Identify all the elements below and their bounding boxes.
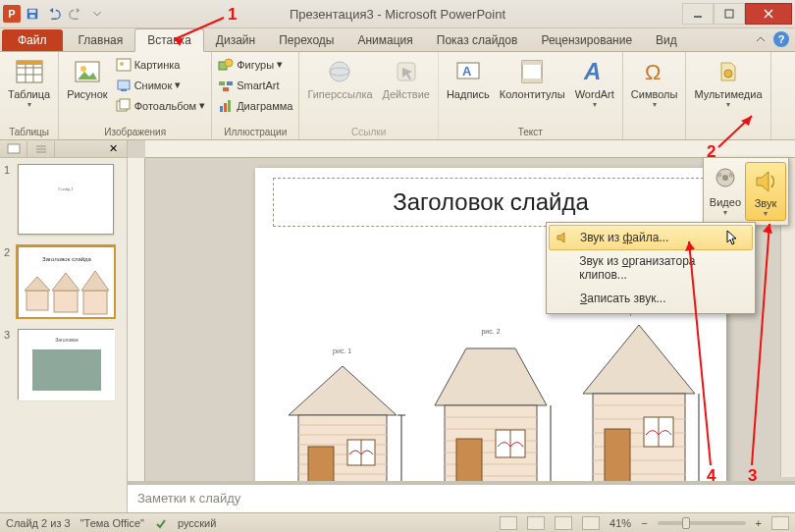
svg-point-94 <box>716 173 721 178</box>
picture-button[interactable]: Рисунок <box>63 54 112 102</box>
svg-rect-40 <box>8 144 20 153</box>
group-images: Рисунок Картинка Снимок ▾ Фотоальбом ▾ И… <box>59 52 212 139</box>
house-3: рис. 3 <box>575 308 703 504</box>
status-bar: Слайд 2 из 3 "Тема Office" русский 41% −… <box>0 512 795 532</box>
thumbnails-tabs: ✕ <box>0 140 127 158</box>
svg-rect-27 <box>224 103 227 112</box>
smartart-button[interactable]: SmartArt <box>216 75 294 95</box>
audio-from-file[interactable]: Звук из файла... <box>549 225 753 250</box>
svg-rect-25 <box>223 87 229 91</box>
textbox-button[interactable]: A Надпись <box>443 54 494 102</box>
zoom-value[interactable]: 41% <box>610 517 631 529</box>
svg-rect-20 <box>120 99 130 109</box>
svg-text:Заголовок слайда: Заголовок слайда <box>42 256 92 262</box>
outline-tab-icon[interactable] <box>27 141 55 157</box>
redo-icon[interactable] <box>66 4 85 24</box>
audio-from-organizer[interactable]: Звук из организатора клипов... <box>549 250 753 286</box>
thumbnail-3[interactable]: 3 Заголовок <box>0 323 127 405</box>
photoalbum-button[interactable]: Фотоальбом ▾ <box>114 95 208 116</box>
quick-access-toolbar: P <box>3 4 107 24</box>
speaker-icon <box>555 229 572 246</box>
qat-more-icon[interactable] <box>87 4 107 24</box>
ruler-vertical <box>128 158 145 512</box>
group-label-links: Ссылки <box>303 126 434 139</box>
svg-rect-26 <box>220 106 223 112</box>
view-slideshow-icon[interactable] <box>582 516 600 530</box>
svg-rect-48 <box>83 291 107 314</box>
zoom-out-icon[interactable]: − <box>641 517 647 529</box>
svg-rect-12 <box>17 61 42 65</box>
headerfooter-button[interactable]: Колонтитулы <box>496 54 569 102</box>
view-sorter-icon[interactable] <box>527 516 545 530</box>
symbols-button[interactable]: Ω Символы▾ <box>627 54 682 111</box>
svg-rect-23 <box>219 81 225 85</box>
group-label-illustrations: Иллюстрации <box>216 126 294 139</box>
status-lang[interactable]: русский <box>178 517 216 529</box>
thumbnail-1[interactable]: 1Слайд 1 <box>0 158 127 240</box>
svg-rect-46 <box>26 291 48 310</box>
group-label-symbols <box>627 136 682 139</box>
screenshot-button[interactable]: Снимок ▾ <box>114 75 208 95</box>
slide-title-text: Заголовок слайда <box>393 188 589 216</box>
status-slide-pos: Слайд 2 из 3 <box>6 517 71 529</box>
chart-button[interactable]: Диаграмма <box>216 95 294 116</box>
notes-placeholder: Заметки к слайду <box>137 491 240 505</box>
ribbon: Таблица▾ Таблицы Рисунок Картинка Снимок… <box>0 52 795 140</box>
table-button[interactable]: Таблица▾ <box>4 54 54 111</box>
svg-rect-4 <box>725 10 733 18</box>
tab-slideshow[interactable]: Показ слайдов <box>425 29 530 51</box>
slide[interactable]: Заголовок слайда рис. 1 ри <box>255 168 726 512</box>
tab-animations[interactable]: Анимация <box>345 29 424 51</box>
window-title: Презентация3 - Microsoft PowerPoint <box>0 7 795 22</box>
tab-design[interactable]: Дизайн <box>204 29 267 51</box>
group-tables: Таблица▾ Таблицы <box>0 52 59 139</box>
thumbnail-2[interactable]: 2 Заголовок слайда <box>0 240 127 323</box>
notes-pane[interactable]: Заметки к слайду <box>128 481 795 512</box>
wordart-button[interactable]: A WordArt▾ <box>571 54 618 111</box>
zoom-slider[interactable] <box>658 521 746 525</box>
file-tab[interactable]: Файл <box>2 29 63 51</box>
tab-transitions[interactable]: Переходы <box>267 29 345 51</box>
tab-review[interactable]: Рецензирование <box>529 29 644 51</box>
fit-window-icon[interactable] <box>771 516 789 530</box>
tab-view[interactable]: Вид <box>644 29 689 51</box>
minimize-button[interactable] <box>682 3 714 25</box>
title-bar: P Презентация3 - Microsoft PowerPoint <box>0 0 795 28</box>
record-audio[interactable]: Записать звук... <box>549 286 753 311</box>
svg-rect-36 <box>522 79 542 82</box>
tab-home[interactable]: Главная <box>67 29 135 51</box>
media-button[interactable]: Мультимедиа▾ <box>690 54 766 111</box>
slide-canvas-area: Заголовок слайда рис. 1 ри <box>128 140 795 512</box>
slides-tab-icon[interactable] <box>0 141 27 157</box>
svg-text:A: A <box>462 64 472 79</box>
ribbon-minimize-icon[interactable] <box>754 32 768 46</box>
svg-point-29 <box>330 62 349 81</box>
help-icon[interactable]: ? <box>773 31 789 47</box>
slide-title-placeholder[interactable]: Заголовок слайда <box>273 178 709 227</box>
svg-rect-17 <box>118 80 130 89</box>
group-symbols: Ω Символы▾ <box>623 52 687 139</box>
svg-rect-15 <box>117 59 131 71</box>
audio-button[interactable]: Звук▾ <box>745 162 786 221</box>
save-icon[interactable] <box>23 4 42 24</box>
svg-rect-47 <box>54 291 78 312</box>
group-illustrations: Фигуры ▾ SmartArt Диаграмма Иллюстрации <box>212 52 299 139</box>
close-thumbs-icon[interactable]: ✕ <box>99 141 127 157</box>
maximize-button[interactable] <box>714 3 745 25</box>
svg-rect-28 <box>228 100 231 112</box>
spellcheck-icon[interactable] <box>154 516 168 530</box>
undo-icon[interactable] <box>44 4 64 24</box>
status-theme: "Тема Office" <box>80 517 144 529</box>
close-button[interactable] <box>745 3 792 25</box>
view-normal-icon[interactable] <box>500 516 517 530</box>
app-icon[interactable]: P <box>3 5 21 23</box>
ribbon-tabs: Файл Главная Вставка Дизайн Переходы Ани… <box>0 28 795 52</box>
shapes-button[interactable]: Фигуры ▾ <box>216 54 294 75</box>
view-reading-icon[interactable] <box>555 516 572 530</box>
zoom-in-icon[interactable]: + <box>756 517 762 529</box>
tab-insert[interactable]: Вставка <box>134 28 204 52</box>
clipart-button[interactable]: Картинка <box>114 54 208 75</box>
video-button[interactable]: Видео▾ <box>706 162 745 221</box>
house-2: рис. 2 <box>427 328 555 504</box>
group-media: Мультимедиа▾ <box>686 52 770 139</box>
